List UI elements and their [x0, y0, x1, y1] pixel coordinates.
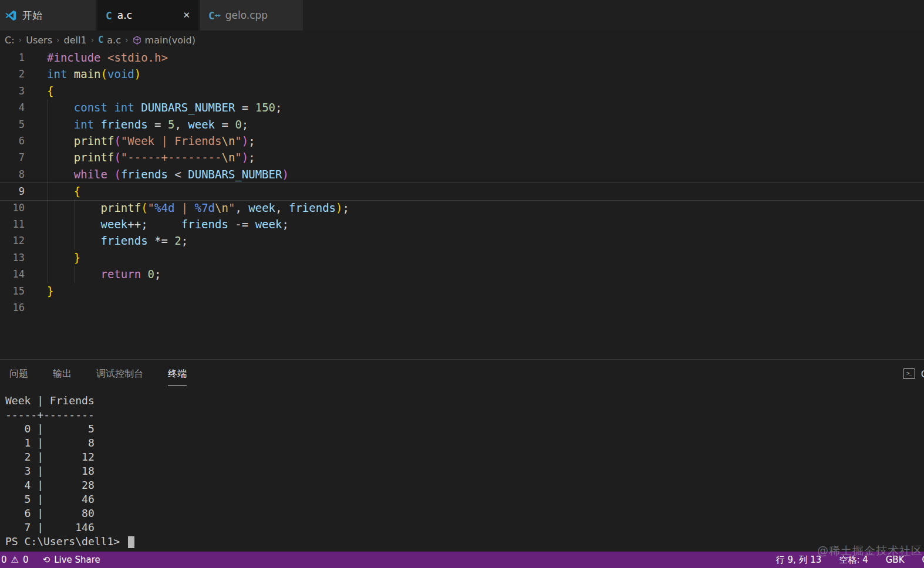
code-token: week	[188, 118, 215, 131]
code-token: (	[114, 168, 120, 181]
panel-tab-active[interactable]: 终端	[168, 362, 187, 386]
tab-gelo[interactable]: C++ gelo.cpp	[200, 0, 303, 31]
problems-indicator[interactable]: 0 ⚠ 0	[1, 555, 29, 565]
breadcrumb-item[interactable]: Users	[26, 35, 52, 46]
code-token: friends	[121, 168, 168, 181]
code-text: #include <stdio.h>	[47, 49, 168, 66]
code-line[interactable]: 7 printf("-----+--------\n");	[0, 149, 924, 165]
breadcrumb-label: Users	[26, 35, 52, 46]
eol-indicator-clipped[interactable]: C	[922, 555, 924, 565]
code-line[interactable]: 15}	[0, 283, 924, 299]
code-token	[47, 118, 74, 131]
code-line[interactable]: 10 printf("%4d | %7d\n", week, friends);	[0, 200, 924, 216]
panel-tab-item[interactable]: 输出	[53, 362, 72, 386]
code-token: %7d	[195, 201, 215, 214]
terminal-line: 1 | 8	[5, 436, 924, 450]
panel-tab-item[interactable]: 问题	[9, 362, 28, 386]
indentation[interactable]: 空格: 4	[839, 555, 868, 566]
vscode-logo-icon	[5, 9, 17, 22]
code-text: while (friends < DUNBARS_NUMBER)	[47, 166, 289, 182]
tab-ac-active[interactable]: C a.c ✕	[97, 0, 198, 31]
terminal-icon[interactable]: >_	[903, 368, 915, 379]
line-number: 3	[0, 83, 25, 99]
code-token: %4d	[154, 201, 174, 214]
code-token: {	[74, 185, 80, 198]
code-token: \n	[221, 134, 235, 147]
code-line[interactable]: 8 while (friends < DUNBARS_NUMBER)	[0, 166, 924, 182]
code-line[interactable]: 11 week++; friends -= week;	[0, 216, 924, 232]
code-line[interactable]: 5 int friends = 5, week = 0;	[0, 116, 924, 133]
bottom-panel: 问题输出调试控制台终端 >_ C Week | Friends-----+---…	[0, 359, 924, 552]
line-number: 10	[0, 200, 25, 216]
code-token: week	[255, 218, 282, 231]
code-token: ;	[248, 134, 255, 147]
code-line[interactable]: 6 printf("Week | Friends\n");	[0, 133, 924, 149]
breadcrumb: C:›Users›dell1›Ca.c›main(void)	[0, 31, 924, 49]
code-token: "	[235, 151, 241, 164]
encoding[interactable]: GBK	[886, 555, 905, 565]
code-line[interactable]: 1#include <stdio.h>	[0, 49, 924, 66]
c-file-icon: C	[98, 35, 103, 45]
code-line[interactable]: 3{	[0, 83, 924, 99]
code-token	[47, 151, 74, 164]
code-token	[107, 168, 114, 181]
terminal-line: 5 | 46	[5, 492, 924, 506]
code-line[interactable]: 2int main(void)	[0, 66, 924, 82]
terminal-prompt-line[interactable]: PS C:\Users\dell1>	[5, 535, 924, 549]
code-token: 5	[168, 118, 174, 131]
code-line[interactable]: 16	[0, 299, 924, 316]
terminal-profile-clipped[interactable]: C	[921, 368, 924, 380]
code-text: printf("%4d | %7d\n", week, friends);	[47, 200, 349, 216]
cursor-position[interactable]: 行 9, 列 13	[776, 555, 822, 566]
code-token	[101, 51, 107, 64]
terminal-line: 3 | 18	[5, 464, 924, 478]
code-token: 0	[235, 118, 241, 131]
tab-start[interactable]: 开始	[0, 0, 96, 31]
code-token: int	[47, 67, 67, 80]
breadcrumb-item[interactable]: Ca.c	[98, 35, 121, 46]
panel-corner: >_ C	[903, 360, 924, 388]
code-token: ;	[248, 151, 255, 164]
live-share-label: Live Share	[54, 555, 100, 565]
code-line[interactable]: 14 return 0;	[0, 266, 924, 282]
live-share-button[interactable]: ⟲ Live Share	[43, 555, 100, 565]
code-text: {	[47, 183, 80, 200]
code-token: printf	[74, 134, 114, 147]
code-text: return 0;	[47, 266, 161, 282]
code-line[interactable]: 4 const int DUNBARS_NUMBER = 150;	[0, 99, 924, 116]
code-token: friends	[181, 218, 228, 231]
code-token	[107, 101, 114, 114]
code-editor[interactable]: 1#include <stdio.h>2int main(void)3{4 co…	[0, 49, 924, 359]
code-token: =	[215, 118, 235, 131]
code-token: )	[134, 67, 141, 80]
live-share-icon: ⟲	[43, 555, 50, 565]
breadcrumb-item[interactable]: dell1	[64, 35, 87, 46]
terminal[interactable]: Week | Friends-----+-------- 0 | 5 1 | 8…	[5, 394, 924, 552]
code-text: friends *= 2;	[47, 232, 188, 249]
breadcrumb-item[interactable]: main(void)	[133, 35, 195, 46]
code-token: week	[248, 201, 275, 214]
code-token: friends	[289, 201, 336, 214]
code-text: int friends = 5, week = 0;	[47, 116, 248, 133]
panel-tab-item[interactable]: 调试控制台	[96, 362, 143, 386]
code-token	[47, 185, 74, 198]
code-token: (	[141, 201, 147, 214]
code-token: )	[336, 201, 342, 214]
status-bar: 0 ⚠ 0 ⟲ Live Share 行 9, 列 13 空格: 4 GBK C	[0, 552, 924, 568]
code-line[interactable]: 13 }	[0, 249, 924, 266]
code-token	[47, 218, 101, 231]
line-number: 5	[0, 116, 25, 133]
breadcrumb-item[interactable]: C:	[5, 35, 15, 46]
close-icon[interactable]: ✕	[183, 10, 190, 21]
code-line[interactable]: 12 friends *= 2;	[0, 232, 924, 249]
breadcrumb-separator: ›	[91, 35, 95, 45]
code-token: |	[174, 201, 194, 214]
line-number: 16	[0, 299, 25, 316]
code-token: \n	[215, 201, 228, 214]
code-token: 150	[255, 101, 275, 114]
vscode-window: 开始 C a.c ✕ C++ gelo.cpp C:›Users›dell1›C…	[0, 0, 924, 568]
terminal-line: 2 | 12	[5, 450, 924, 464]
line-number: 9	[0, 183, 25, 200]
status-right: 行 9, 列 13 空格: 4 GBK C	[776, 555, 924, 566]
code-line[interactable]: 9 {	[0, 182, 924, 200]
